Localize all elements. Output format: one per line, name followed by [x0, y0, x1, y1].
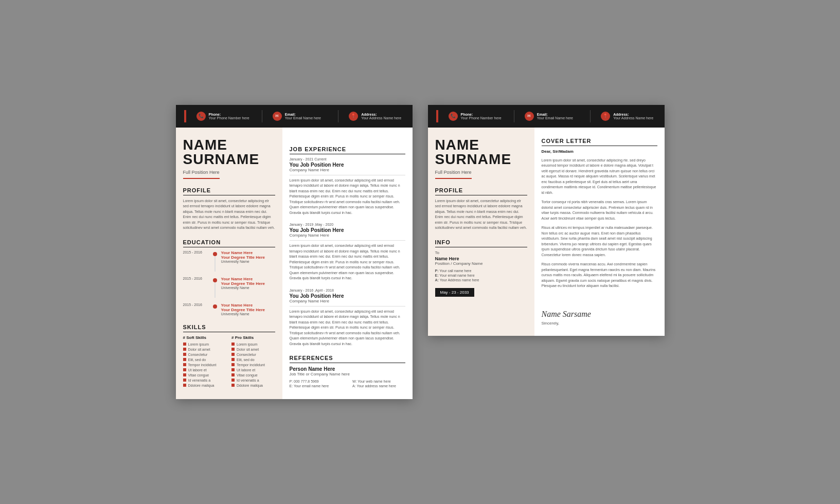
soft-skill-4: Elit, sed do: [188, 358, 206, 362]
cover-phone-label: Phone:: [461, 113, 502, 116]
edu-degree-1: Your Degree Title Here: [221, 255, 265, 260]
edu-year-3: 2015 - 2016: [183, 303, 209, 307]
references-block: Person Name Here Job Title or Company Na…: [290, 366, 405, 389]
info-address-label: A:: [435, 278, 439, 282]
profile-title: PROFILE: [183, 187, 275, 195]
edu-year-1: 2015 - 2016: [183, 250, 209, 254]
info-to-label: To: [435, 250, 527, 255]
ref-web-label: W:: [352, 380, 356, 383]
skills-cols: # Soft Skills Lorem ipsum Dolor sit amet…: [183, 335, 275, 389]
resume-left-col: NAME SURNAME Full Position Here PROFILE …: [176, 128, 282, 400]
education-list: 2015 - 2016 Your Name Here Your Degree T…: [183, 250, 275, 316]
edu-item-2: 2015 - 2016 Your Name Here Your Degree T…: [183, 277, 275, 298]
pro-skills-col: # Pro Skills Lorem ipsum Dolor sit amet …: [231, 335, 275, 389]
edu-uni-2: Univeresity Name: [221, 286, 265, 290]
cover-last-name: SURNAME: [435, 152, 527, 167]
phone-icon: 📞: [196, 112, 206, 121]
soft-skills-title: # Soft Skills: [183, 335, 227, 340]
cover-profile-text: Lorem ipsum dolor sit amet, consectetur …: [435, 199, 527, 231]
phone-label: Phone:: [209, 113, 249, 116]
job-company-2: Company Name Here: [290, 233, 405, 238]
experience-title: JOB EXPERIENCE: [290, 146, 405, 154]
soft-skill-6: Ut labore et: [188, 368, 207, 372]
info-block: To Name Here Position / Company Name P: …: [435, 250, 527, 297]
cover-left-col: NAME SURNAME Full Position Here PROFILE …: [428, 128, 534, 336]
job-date-3: January - 2016 ,April - 2018: [290, 289, 405, 292]
cover-header-address: 📍 Address: Your Address Name here: [601, 112, 656, 121]
education-title: EDUCATION: [183, 239, 275, 247]
ref-phone-value: 000 777.8 5969: [294, 380, 319, 383]
cover-right-col: COVER LETTER Dear, Sir/Madam Lorem ipsum…: [534, 128, 665, 336]
cover-signature: Name Sarsame: [542, 310, 657, 319]
resume-header: 📞 Phone: Your Phone Namber here ✉ Email:…: [176, 105, 413, 128]
edu-degree-2: Your Degree Title Here: [221, 281, 265, 286]
job-date-1: January - 2021 Current: [290, 157, 405, 161]
cover-profile-title: PROFILE: [435, 187, 527, 195]
cover-letter-title: COVER LETTER: [542, 138, 657, 146]
job-title-1: You Job Position Here: [290, 162, 405, 168]
info-phone-label: P:: [435, 269, 439, 273]
edu-uni-3: Univeresity Name: [221, 312, 265, 316]
resume-first-name: NAME: [183, 138, 275, 152]
cover-body2: Tortor consequr rd porta nibh venenatis …: [542, 200, 657, 221]
ref-address-label: A:: [352, 384, 356, 388]
soft-skill-8: Id venenatis a: [188, 379, 211, 382]
info-title: INFO: [435, 239, 527, 247]
email-icon: ✉: [273, 112, 282, 121]
resume-position: Full Position Here: [183, 170, 220, 179]
ref-name: Person Name Here: [290, 366, 405, 372]
address-icon: 📍: [349, 112, 358, 121]
pro-skill-4: Elit, sed do: [237, 358, 255, 362]
pro-skill-1: Lorem ipsum: [237, 343, 257, 346]
resume-body: NAME SURNAME Full Position Here PROFILE …: [176, 128, 413, 400]
pro-skill-8: Id venenatis a: [237, 379, 259, 382]
job-title-2: You Job Position Here: [290, 227, 405, 233]
edu-degree-3: Your Degree Title Here: [221, 308, 265, 312]
soft-skill-3: Consectetur: [188, 353, 208, 356]
header-email: ✉ Email: Your Email Name here: [273, 112, 328, 121]
cover-email-value: Your Email Name here: [537, 116, 573, 120]
profile-text: Lorem ipsum dolor sit amet, consectetur …: [183, 199, 275, 231]
cover-sincerely: Sincerely,: [542, 321, 657, 326]
cover-body3: Risus at ultrices mi tempus imperdiet ar…: [542, 225, 657, 258]
job-text-1: Lorem ipsum dolor sit amet, consectetur …: [290, 178, 405, 216]
job-item-1: January - 2021 Current You Job Position …: [290, 157, 405, 216]
ref-details: P: 000 777.8 5969 E: Your email name her…: [290, 380, 405, 389]
header-phone: 📞 Phone: Your Phone Namber here: [196, 112, 252, 121]
soft-skill-2: Dolor sit amet: [188, 348, 210, 351]
ref-email-label: E:: [290, 384, 293, 388]
edu-name-1: Your Name Here: [221, 250, 265, 255]
cover-body1: Lorem ipsum dolor sit amet, consectetur …: [542, 158, 657, 196]
cover-address-label: Address:: [613, 113, 653, 116]
resume-last-name: SURNAME: [183, 152, 275, 167]
cover-header: 📞 Phone: Your Phone Namber here ✉ Email:…: [428, 105, 665, 128]
cover-email-icon: ✉: [525, 112, 534, 121]
cover-phone-icon: 📞: [449, 112, 458, 121]
edu-year-2: 2015 - 2016: [183, 277, 209, 280]
page-wrapper: 📞 Phone: Your Phone Namber here ✉ Email:…: [176, 105, 665, 400]
pro-skill-5: Tempor incididunt: [237, 363, 265, 367]
job-item-3: January - 2016 ,April - 2018 You Job Pos…: [290, 289, 405, 347]
cover-header-email: ✉ Email: Your Email Name here: [525, 112, 580, 121]
cover-name-block: NAME SURNAME Full Position Here: [435, 138, 527, 179]
edu-name-2: Your Name Here: [221, 277, 265, 281]
cover-document: 📞 Phone: Your Phone Namber here ✉ Email:…: [428, 105, 665, 336]
info-position: Position / Company Name: [435, 261, 527, 266]
cover-greeting: Dear, Sir/Madam: [542, 149, 657, 154]
references-title: REFERENCES: [290, 355, 405, 363]
pro-skill-2: Dolor sit amet: [237, 348, 259, 351]
info-address-value: Your Address name here: [440, 278, 479, 282]
cover-email-label: Email:: [537, 113, 573, 116]
soft-skill-9: Ddolore maliqua: [188, 384, 215, 387]
cover-position: Full Position Here: [435, 170, 472, 179]
pro-skills-title: # Pro Skills: [231, 335, 275, 340]
header-address: 📍 Address: Your Address Name here: [349, 112, 404, 121]
job-text-3: Lorem ipsum dolor sit amet, consectetur …: [290, 309, 405, 347]
job-title-3: You Job Position Here: [290, 293, 405, 299]
skills-title: SKILLS: [183, 324, 275, 332]
pro-skill-6: Ut labore et: [237, 368, 255, 372]
address-label: Address:: [361, 113, 401, 116]
job-date-2: January - 2019 ,May - 2020: [290, 223, 405, 226]
edu-item-3: 2015 - 2016 Your Name Here Your Degree T…: [183, 303, 275, 316]
phone-value: Your Phone Namber here: [209, 116, 249, 120]
